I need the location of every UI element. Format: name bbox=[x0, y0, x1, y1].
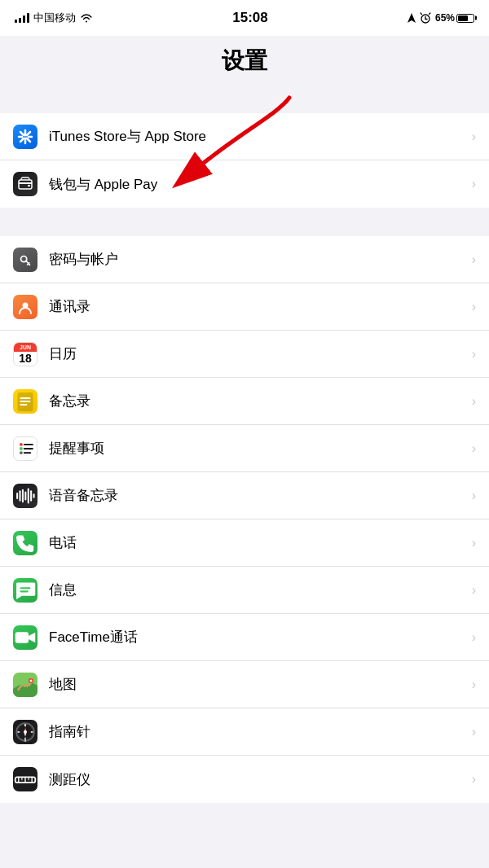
notes-label: 备忘录 bbox=[49, 392, 465, 410]
facetime-icon bbox=[13, 625, 37, 650]
carrier-label: 中国移动 bbox=[33, 11, 76, 25]
wifi-icon bbox=[80, 13, 93, 23]
contacts-row[interactable]: 通讯录 › bbox=[0, 283, 489, 331]
contacts-icon bbox=[13, 295, 37, 319]
status-time: 15:08 bbox=[232, 10, 267, 26]
facetime-label: FaceTime通话 bbox=[49, 628, 465, 647]
section-gap-top bbox=[0, 85, 489, 113]
contacts-label: 通讯录 bbox=[49, 297, 465, 316]
calendar-chevron: › bbox=[472, 347, 476, 362]
section-gap-middle bbox=[0, 208, 489, 236]
page-title: 设置 bbox=[0, 36, 489, 85]
reminders-icon bbox=[13, 436, 37, 461]
facetime-chevron: › bbox=[472, 630, 476, 645]
measure-chevron: › bbox=[472, 772, 476, 787]
passwords-label: 密码与帐户 bbox=[49, 250, 465, 269]
svg-point-37 bbox=[30, 679, 33, 682]
voicememos-icon bbox=[13, 484, 37, 508]
calendar-label: 日历 bbox=[49, 344, 465, 363]
measure-icon bbox=[13, 767, 37, 791]
maps-chevron: › bbox=[472, 677, 476, 692]
svg-point-21 bbox=[20, 451, 23, 454]
svg-rect-31 bbox=[33, 493, 35, 498]
svg-rect-10 bbox=[19, 180, 32, 189]
maps-icon bbox=[13, 673, 37, 697]
reminders-chevron: › bbox=[472, 441, 476, 456]
messages-icon bbox=[13, 578, 37, 603]
itunes-row[interactable]: iTunes Store与 App Store › bbox=[0, 113, 489, 160]
messages-row[interactable]: 信息 › bbox=[0, 567, 489, 614]
measure-row[interactable]: 测距仪 › bbox=[0, 756, 489, 803]
settings-group-1: iTunes Store与 App Store › 钱包与 Apple Pay … bbox=[0, 113, 489, 208]
svg-rect-34 bbox=[15, 632, 29, 643]
contacts-chevron: › bbox=[472, 300, 476, 314]
settings-group-2: 密码与帐户 › 通讯录 › JUN 18 日历 › bbox=[0, 236, 489, 803]
itunes-label: iTunes Store与 App Store bbox=[49, 127, 465, 146]
key-icon bbox=[13, 248, 37, 272]
calendar-row[interactable]: JUN 18 日历 › bbox=[0, 331, 489, 378]
signal-icon bbox=[15, 13, 29, 23]
svg-line-4 bbox=[429, 13, 430, 15]
status-bar: 中国移动 15:08 65% bbox=[0, 0, 489, 36]
maps-row[interactable]: 地图 › bbox=[0, 661, 489, 708]
phone-label: 电话 bbox=[49, 533, 465, 552]
battery-percent: 65% bbox=[435, 12, 455, 24]
notes-row[interactable]: 备忘录 › bbox=[0, 378, 489, 425]
calendar-icon: JUN 18 bbox=[13, 342, 37, 366]
maps-label: 地图 bbox=[49, 675, 465, 694]
wallet-row[interactable]: 钱包与 Apple Pay › bbox=[0, 160, 489, 208]
wallet-label: 钱包与 Apple Pay bbox=[49, 175, 465, 194]
wallet-chevron: › bbox=[472, 177, 476, 191]
messages-chevron: › bbox=[472, 583, 476, 598]
status-left: 中国移动 bbox=[15, 11, 93, 25]
reminders-label: 提醒事项 bbox=[49, 439, 465, 458]
voicememos-label: 语音备忘录 bbox=[49, 486, 465, 505]
svg-rect-29 bbox=[28, 488, 29, 503]
svg-rect-12 bbox=[28, 185, 30, 186]
svg-rect-27 bbox=[22, 489, 24, 502]
voicememos-row[interactable]: 语音备忘录 › bbox=[0, 472, 489, 519]
passwords-chevron: › bbox=[472, 252, 476, 267]
appstore-icon bbox=[13, 125, 37, 149]
battery-indicator: 65% bbox=[435, 12, 474, 24]
svg-rect-26 bbox=[20, 490, 21, 502]
messages-label: 信息 bbox=[49, 581, 465, 599]
wallet-icon bbox=[13, 172, 37, 196]
notes-chevron: › bbox=[472, 394, 476, 409]
svg-line-3 bbox=[421, 13, 422, 15]
compass-icon: N S bbox=[13, 720, 37, 744]
compass-chevron: › bbox=[472, 725, 476, 739]
phone-row[interactable]: 电话 › bbox=[0, 519, 489, 567]
facetime-row[interactable]: FaceTime通话 › bbox=[0, 614, 489, 661]
compass-label: 指南针 bbox=[49, 722, 465, 741]
svg-point-19 bbox=[20, 443, 23, 446]
phone-icon bbox=[13, 531, 37, 555]
measure-label: 测距仪 bbox=[49, 770, 465, 789]
status-right: 65% bbox=[408, 12, 474, 24]
svg-rect-11 bbox=[19, 182, 32, 184]
voicememos-chevron: › bbox=[472, 489, 476, 503]
notes-icon bbox=[13, 389, 37, 414]
svg-rect-25 bbox=[16, 492, 18, 498]
svg-rect-30 bbox=[30, 490, 32, 502]
svg-rect-28 bbox=[24, 491, 26, 500]
compass-row[interactable]: N S 指南针 › bbox=[0, 708, 489, 756]
svg-point-20 bbox=[20, 447, 23, 450]
alarm-icon bbox=[420, 12, 431, 24]
phone-chevron: › bbox=[472, 536, 476, 550]
itunes-chevron: › bbox=[472, 129, 476, 144]
location-icon bbox=[408, 13, 416, 23]
reminders-row[interactable]: 提醒事项 › bbox=[0, 425, 489, 472]
passwords-row[interactable]: 密码与帐户 › bbox=[0, 236, 489, 283]
svg-text:N: N bbox=[24, 723, 27, 726]
